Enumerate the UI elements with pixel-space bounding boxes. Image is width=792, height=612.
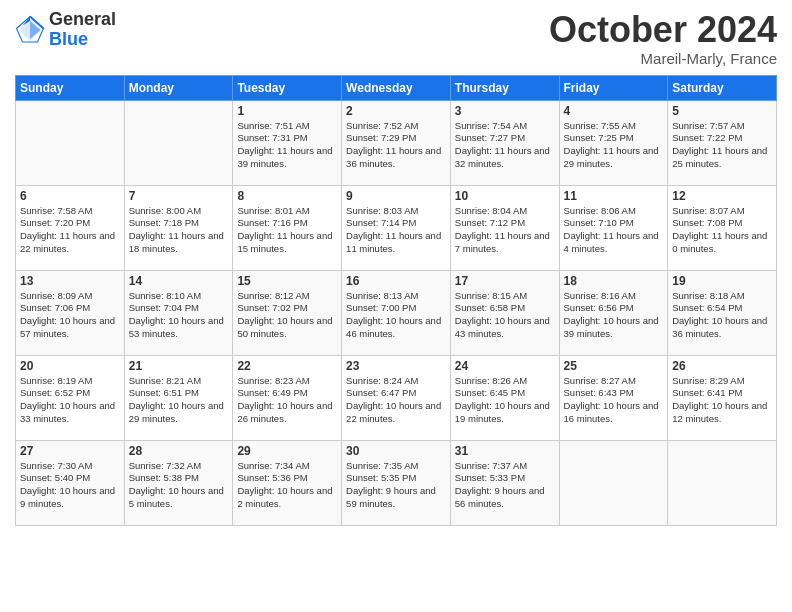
cell-content: Sunrise: 8:10 AMSunset: 7:04 PMDaylight:… xyxy=(129,290,229,341)
calendar-cell xyxy=(16,100,125,185)
day-number: 24 xyxy=(455,359,555,373)
calendar-cell xyxy=(124,100,233,185)
calendar-cell: 21Sunrise: 8:21 AMSunset: 6:51 PMDayligh… xyxy=(124,355,233,440)
calendar-cell: 25Sunrise: 8:27 AMSunset: 6:43 PMDayligh… xyxy=(559,355,668,440)
calendar-cell: 11Sunrise: 8:06 AMSunset: 7:10 PMDayligh… xyxy=(559,185,668,270)
subtitle: Mareil-Marly, France xyxy=(549,50,777,67)
day-number: 27 xyxy=(20,444,120,458)
calendar-cell: 26Sunrise: 8:29 AMSunset: 6:41 PMDayligh… xyxy=(668,355,777,440)
day-number: 26 xyxy=(672,359,772,373)
header-day: Sunday xyxy=(16,75,125,100)
calendar-cell: 19Sunrise: 8:18 AMSunset: 6:54 PMDayligh… xyxy=(668,270,777,355)
cell-content: Sunrise: 8:12 AMSunset: 7:02 PMDaylight:… xyxy=(237,290,337,341)
cell-content: Sunrise: 8:23 AMSunset: 6:49 PMDaylight:… xyxy=(237,375,337,426)
calendar-cell: 24Sunrise: 8:26 AMSunset: 6:45 PMDayligh… xyxy=(450,355,559,440)
calendar-cell xyxy=(668,440,777,525)
day-number: 13 xyxy=(20,274,120,288)
day-number: 15 xyxy=(237,274,337,288)
calendar-body: 1Sunrise: 7:51 AMSunset: 7:31 PMDaylight… xyxy=(16,100,777,525)
day-number: 22 xyxy=(237,359,337,373)
cell-content: Sunrise: 7:54 AMSunset: 7:27 PMDaylight:… xyxy=(455,120,555,171)
logo-icon xyxy=(15,15,45,45)
calendar-cell: 3Sunrise: 7:54 AMSunset: 7:27 PMDaylight… xyxy=(450,100,559,185)
cell-content: Sunrise: 7:35 AMSunset: 5:35 PMDaylight:… xyxy=(346,460,446,511)
calendar-table: SundayMondayTuesdayWednesdayThursdayFrid… xyxy=(15,75,777,526)
cell-content: Sunrise: 7:51 AMSunset: 7:31 PMDaylight:… xyxy=(237,120,337,171)
calendar-cell: 8Sunrise: 8:01 AMSunset: 7:16 PMDaylight… xyxy=(233,185,342,270)
cell-content: Sunrise: 8:19 AMSunset: 6:52 PMDaylight:… xyxy=(20,375,120,426)
day-number: 28 xyxy=(129,444,229,458)
day-number: 5 xyxy=(672,104,772,118)
cell-content: Sunrise: 8:26 AMSunset: 6:45 PMDaylight:… xyxy=(455,375,555,426)
calendar-cell: 1Sunrise: 7:51 AMSunset: 7:31 PMDaylight… xyxy=(233,100,342,185)
calendar-week-row: 6Sunrise: 7:58 AMSunset: 7:20 PMDaylight… xyxy=(16,185,777,270)
header-day: Wednesday xyxy=(342,75,451,100)
cell-content: Sunrise: 8:16 AMSunset: 6:56 PMDaylight:… xyxy=(564,290,664,341)
calendar-week-row: 27Sunrise: 7:30 AMSunset: 5:40 PMDayligh… xyxy=(16,440,777,525)
calendar-cell: 30Sunrise: 7:35 AMSunset: 5:35 PMDayligh… xyxy=(342,440,451,525)
header-day: Thursday xyxy=(450,75,559,100)
day-number: 30 xyxy=(346,444,446,458)
calendar-cell: 6Sunrise: 7:58 AMSunset: 7:20 PMDaylight… xyxy=(16,185,125,270)
calendar-cell: 12Sunrise: 8:07 AMSunset: 7:08 PMDayligh… xyxy=(668,185,777,270)
calendar-week-row: 1Sunrise: 7:51 AMSunset: 7:31 PMDaylight… xyxy=(16,100,777,185)
calendar-cell: 23Sunrise: 8:24 AMSunset: 6:47 PMDayligh… xyxy=(342,355,451,440)
cell-content: Sunrise: 7:34 AMSunset: 5:36 PMDaylight:… xyxy=(237,460,337,511)
calendar-week-row: 20Sunrise: 8:19 AMSunset: 6:52 PMDayligh… xyxy=(16,355,777,440)
month-title: October 2024 xyxy=(549,10,777,50)
calendar-cell xyxy=(559,440,668,525)
cell-content: Sunrise: 8:04 AMSunset: 7:12 PMDaylight:… xyxy=(455,205,555,256)
calendar-cell: 20Sunrise: 8:19 AMSunset: 6:52 PMDayligh… xyxy=(16,355,125,440)
day-number: 20 xyxy=(20,359,120,373)
logo-text: General Blue xyxy=(49,10,116,50)
calendar-cell: 7Sunrise: 8:00 AMSunset: 7:18 PMDaylight… xyxy=(124,185,233,270)
header-day: Tuesday xyxy=(233,75,342,100)
day-number: 17 xyxy=(455,274,555,288)
day-number: 16 xyxy=(346,274,446,288)
day-number: 25 xyxy=(564,359,664,373)
day-number: 29 xyxy=(237,444,337,458)
cell-content: Sunrise: 7:55 AMSunset: 7:25 PMDaylight:… xyxy=(564,120,664,171)
header-day: Saturday xyxy=(668,75,777,100)
cell-content: Sunrise: 8:18 AMSunset: 6:54 PMDaylight:… xyxy=(672,290,772,341)
cell-content: Sunrise: 8:15 AMSunset: 6:58 PMDaylight:… xyxy=(455,290,555,341)
day-number: 9 xyxy=(346,189,446,203)
cell-content: Sunrise: 8:01 AMSunset: 7:16 PMDaylight:… xyxy=(237,205,337,256)
calendar-cell: 15Sunrise: 8:12 AMSunset: 7:02 PMDayligh… xyxy=(233,270,342,355)
calendar-cell: 17Sunrise: 8:15 AMSunset: 6:58 PMDayligh… xyxy=(450,270,559,355)
day-number: 21 xyxy=(129,359,229,373)
day-number: 3 xyxy=(455,104,555,118)
calendar-cell: 28Sunrise: 7:32 AMSunset: 5:38 PMDayligh… xyxy=(124,440,233,525)
day-number: 19 xyxy=(672,274,772,288)
logo-general: General xyxy=(49,10,116,30)
cell-content: Sunrise: 8:21 AMSunset: 6:51 PMDaylight:… xyxy=(129,375,229,426)
cell-content: Sunrise: 7:57 AMSunset: 7:22 PMDaylight:… xyxy=(672,120,772,171)
cell-content: Sunrise: 7:37 AMSunset: 5:33 PMDaylight:… xyxy=(455,460,555,511)
cell-content: Sunrise: 8:27 AMSunset: 6:43 PMDaylight:… xyxy=(564,375,664,426)
calendar-cell: 5Sunrise: 7:57 AMSunset: 7:22 PMDaylight… xyxy=(668,100,777,185)
day-number: 8 xyxy=(237,189,337,203)
day-number: 23 xyxy=(346,359,446,373)
day-number: 7 xyxy=(129,189,229,203)
cell-content: Sunrise: 8:29 AMSunset: 6:41 PMDaylight:… xyxy=(672,375,772,426)
cell-content: Sunrise: 8:13 AMSunset: 7:00 PMDaylight:… xyxy=(346,290,446,341)
cell-content: Sunrise: 7:58 AMSunset: 7:20 PMDaylight:… xyxy=(20,205,120,256)
calendar-cell: 13Sunrise: 8:09 AMSunset: 7:06 PMDayligh… xyxy=(16,270,125,355)
day-number: 1 xyxy=(237,104,337,118)
cell-content: Sunrise: 8:07 AMSunset: 7:08 PMDaylight:… xyxy=(672,205,772,256)
day-number: 2 xyxy=(346,104,446,118)
calendar-cell: 9Sunrise: 8:03 AMSunset: 7:14 PMDaylight… xyxy=(342,185,451,270)
calendar-cell: 10Sunrise: 8:04 AMSunset: 7:12 PMDayligh… xyxy=(450,185,559,270)
calendar-header: SundayMondayTuesdayWednesdayThursdayFrid… xyxy=(16,75,777,100)
calendar-cell: 4Sunrise: 7:55 AMSunset: 7:25 PMDaylight… xyxy=(559,100,668,185)
calendar-week-row: 13Sunrise: 8:09 AMSunset: 7:06 PMDayligh… xyxy=(16,270,777,355)
day-number: 14 xyxy=(129,274,229,288)
cell-content: Sunrise: 8:24 AMSunset: 6:47 PMDaylight:… xyxy=(346,375,446,426)
logo-blue: Blue xyxy=(49,30,116,50)
header-row: SundayMondayTuesdayWednesdayThursdayFrid… xyxy=(16,75,777,100)
calendar-cell: 27Sunrise: 7:30 AMSunset: 5:40 PMDayligh… xyxy=(16,440,125,525)
day-number: 4 xyxy=(564,104,664,118)
header-day: Monday xyxy=(124,75,233,100)
header: General Blue October 2024 Mareil-Marly, … xyxy=(15,10,777,67)
day-number: 12 xyxy=(672,189,772,203)
